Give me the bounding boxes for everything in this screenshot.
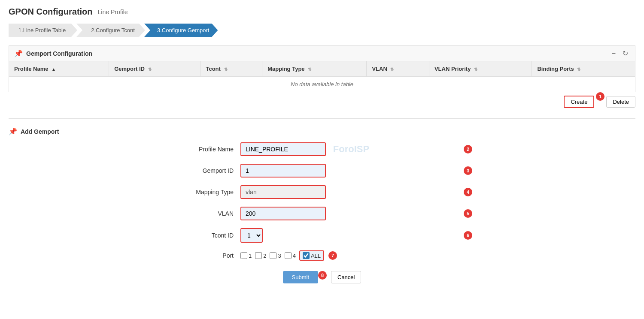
tcont-id-badge: 6	[464, 231, 472, 240]
section-header: 📌 Gemport Configuration − ↻	[9, 45, 635, 61]
page-header: GPON Configuration Line Profile	[9, 7, 635, 17]
submit-badge: 8	[318, 271, 327, 280]
gemport-id-row: Gemport ID 3	[172, 164, 472, 178]
vlan-label: VLAN	[172, 210, 240, 217]
section-title: Gemport Configuration	[26, 50, 92, 57]
port-4-item: 4	[285, 252, 296, 259]
profile-name-badge: 2	[464, 145, 472, 153]
add-gemport-section: 📌 Add Gemport Profile Name ForoISP 2 Gem…	[9, 127, 635, 283]
port-2-label: 2	[263, 253, 266, 259]
gemport-table-wrapper: Profile Name ▲ Gemport ID ⇅ Tcont ⇅ Ma	[9, 61, 635, 92]
cancel-button[interactable]: Cancel	[331, 271, 361, 283]
port-all-item: ALL	[299, 250, 324, 261]
mapping-type-label: Mapping Type	[172, 189, 240, 196]
col-binding-ports[interactable]: Binding Ports ⇅	[532, 61, 635, 77]
wizard-step-1[interactable]: 1.Line Profile Table	[9, 24, 77, 37]
port-2-checkbox[interactable]	[255, 252, 262, 259]
port-3-label: 3	[278, 253, 281, 259]
port-3-checkbox[interactable]	[270, 252, 276, 259]
col-vlan[interactable]: VLAN ⇅	[367, 61, 429, 77]
section-header-right: − ↻	[610, 49, 630, 57]
profile-name-field-wrapper: ForoISP	[240, 142, 462, 156]
add-section-title: Add Gemport	[21, 128, 59, 135]
port-row: Port 1 2 3 4	[172, 250, 472, 261]
sort-icon-gemport: ⇅	[148, 67, 152, 72]
vlan-badge: 5	[464, 209, 472, 218]
port-all-label: ALL	[311, 253, 321, 259]
add-gemport-form: Profile Name ForoISP 2 Gemport ID 3 Mapp…	[172, 142, 472, 283]
port-1-item: 1	[240, 252, 252, 259]
gemport-table: Profile Name ▲ Gemport ID ⇅ Tcont ⇅ Ma	[9, 61, 635, 92]
form-actions: Submit 8 Cancel	[172, 271, 472, 283]
port-all-checkbox[interactable]	[303, 252, 310, 259]
submit-btn-wrapper: Submit 8	[283, 271, 327, 283]
table-header-row: Profile Name ▲ Gemport ID ⇅ Tcont ⇅ Ma	[9, 61, 635, 77]
tcont-id-label: Tcont ID	[172, 232, 240, 239]
vlan-input[interactable]	[240, 207, 326, 220]
page-subtitle: Line Profile	[98, 9, 128, 15]
refresh-button[interactable]: ↻	[621, 49, 630, 57]
profile-name-row: Profile Name ForoISP 2	[172, 142, 472, 156]
vlan-row: VLAN 5	[172, 207, 472, 220]
gemport-id-badge: 3	[464, 166, 472, 175]
submit-button[interactable]: Submit	[283, 271, 318, 283]
mapping-type-input[interactable]	[240, 185, 326, 199]
pin-icon: 📌	[14, 49, 23, 57]
port-label: Port	[172, 252, 240, 259]
col-mapping-type[interactable]: Mapping Type ⇅	[262, 61, 367, 77]
gemport-config-section: 📌 Gemport Configuration − ↻ Profile Name…	[9, 45, 635, 111]
section-header-left: 📌 Gemport Configuration	[14, 49, 92, 57]
sort-icon-vlan: ⇅	[390, 67, 394, 72]
tcont-id-select[interactable]: 1 2 3 4	[240, 228, 263, 243]
wizard-step-3[interactable]: 3.Configure Gemport	[144, 24, 218, 37]
table-toolbar: Create 1 Delete	[9, 92, 635, 111]
wizard-steps: 1.Line Profile Table 2.Configure Tcont 3…	[9, 24, 635, 37]
watermark-text: ForoISP	[333, 144, 369, 155]
mapping-type-row: Mapping Type 4	[172, 185, 472, 199]
create-badge: 1	[596, 92, 605, 101]
no-data-text: No data available in table	[9, 77, 635, 92]
create-btn-wrapper: Create 1	[564, 96, 603, 108]
add-gemport-header: 📌 Add Gemport	[9, 127, 635, 135]
mapping-type-badge: 4	[464, 188, 472, 196]
gemport-id-input[interactable]	[240, 164, 326, 178]
create-button[interactable]: Create	[564, 96, 594, 108]
sort-icon-tcont: ⇅	[224, 67, 228, 72]
port-group: 1 2 3 4 ALL	[240, 250, 337, 261]
add-pin-icon: 📌	[9, 127, 17, 135]
delete-button[interactable]: Delete	[606, 96, 635, 108]
port-badge: 7	[328, 251, 337, 260]
page-title: GPON Configuration	[9, 7, 93, 17]
gemport-id-field-wrapper	[240, 164, 462, 178]
col-tcont[interactable]: Tcont ⇅	[200, 61, 262, 77]
sort-icon-profile: ▲	[52, 67, 56, 72]
port-4-label: 4	[293, 253, 296, 259]
sort-icon-binding: ⇅	[577, 67, 580, 72]
col-vlan-priority[interactable]: VLAN Priority ⇅	[429, 61, 532, 77]
port-4-checkbox[interactable]	[285, 252, 292, 259]
section-divider	[9, 118, 635, 119]
tcont-id-row: Tcont ID 1 2 3 4 6	[172, 228, 472, 243]
gemport-id-label: Gemport ID	[172, 167, 240, 174]
port-2-item: 2	[255, 252, 266, 259]
wizard-step-2[interactable]: 2.Configure Tcont	[76, 24, 145, 37]
port-1-checkbox[interactable]	[240, 252, 247, 259]
minimize-button[interactable]: −	[610, 49, 617, 57]
sort-icon-vlan-priority: ⇅	[474, 67, 477, 72]
tcont-id-field-wrapper: 1 2 3 4	[240, 228, 462, 243]
sort-icon-mapping: ⇅	[308, 67, 311, 72]
port-1-label: 1	[249, 253, 252, 259]
vlan-field-wrapper	[240, 207, 462, 220]
port-3-item: 3	[270, 252, 281, 259]
no-data-row: No data available in table	[9, 77, 635, 92]
profile-name-label: Profile Name	[172, 146, 240, 153]
col-gemport-id[interactable]: Gemport ID ⇅	[109, 61, 200, 77]
profile-name-input[interactable]	[240, 142, 326, 156]
mapping-type-field-wrapper	[240, 185, 462, 199]
col-profile-name[interactable]: Profile Name ▲	[9, 61, 109, 77]
